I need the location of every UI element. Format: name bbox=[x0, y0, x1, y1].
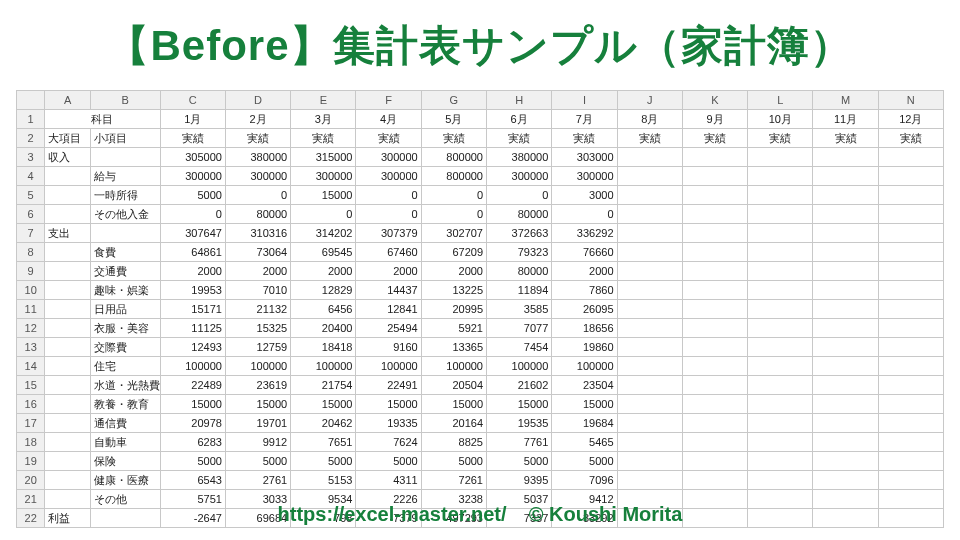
cell-sub-cat[interactable]: 自動車 bbox=[90, 433, 160, 452]
cell-value[interactable] bbox=[813, 300, 878, 319]
cell-value[interactable] bbox=[813, 414, 878, 433]
cell-jisseki-9[interactable]: 実績 bbox=[682, 129, 747, 148]
cell-value[interactable] bbox=[617, 186, 682, 205]
cell-value[interactable]: 19535 bbox=[487, 414, 552, 433]
cell-value[interactable] bbox=[682, 281, 747, 300]
cell-value[interactable]: 22489 bbox=[160, 376, 225, 395]
column-header-N[interactable]: N bbox=[878, 91, 943, 110]
cell-sub-cat[interactable]: 住宅 bbox=[90, 357, 160, 376]
cell-big-cat[interactable] bbox=[45, 243, 91, 262]
row-header-15[interactable]: 15 bbox=[17, 376, 45, 395]
corner-cell[interactable] bbox=[17, 91, 45, 110]
column-header-C[interactable]: C bbox=[160, 91, 225, 110]
cell-value[interactable] bbox=[813, 319, 878, 338]
cell-value[interactable]: 19335 bbox=[356, 414, 421, 433]
cell-value[interactable]: 3000 bbox=[552, 186, 617, 205]
cell-value[interactable] bbox=[617, 167, 682, 186]
cell-value[interactable]: 300000 bbox=[487, 167, 552, 186]
cell-big-cat[interactable] bbox=[45, 262, 91, 281]
cell-sub-cat[interactable] bbox=[90, 224, 160, 243]
cell-value[interactable]: 300000 bbox=[552, 167, 617, 186]
cell-value[interactable]: 20164 bbox=[421, 414, 486, 433]
cell-big-cat[interactable] bbox=[45, 205, 91, 224]
cell-value[interactable]: 5153 bbox=[291, 471, 356, 490]
cell-value[interactable]: 23504 bbox=[552, 376, 617, 395]
cell-value[interactable] bbox=[617, 338, 682, 357]
cell-value[interactable]: 5465 bbox=[552, 433, 617, 452]
cell-value[interactable]: 7651 bbox=[291, 433, 356, 452]
cell-value[interactable] bbox=[878, 300, 943, 319]
cell-value[interactable] bbox=[617, 224, 682, 243]
cell-value[interactable]: 0 bbox=[356, 186, 421, 205]
cell-value[interactable]: 20400 bbox=[291, 319, 356, 338]
cell-value[interactable]: 0 bbox=[225, 186, 290, 205]
cell-value[interactable] bbox=[748, 224, 813, 243]
cell-value[interactable]: 100000 bbox=[160, 357, 225, 376]
cell-value[interactable]: 7454 bbox=[487, 338, 552, 357]
cell-value[interactable]: 5000 bbox=[487, 452, 552, 471]
row-header-4[interactable]: 4 bbox=[17, 167, 45, 186]
cell-value[interactable]: 2000 bbox=[421, 262, 486, 281]
cell-value[interactable] bbox=[878, 433, 943, 452]
cell-value[interactable]: 300000 bbox=[356, 148, 421, 167]
cell-value[interactable] bbox=[878, 357, 943, 376]
cell-value[interactable] bbox=[878, 224, 943, 243]
cell-value[interactable]: 100000 bbox=[421, 357, 486, 376]
cell-value[interactable] bbox=[813, 205, 878, 224]
cell-value[interactable]: 7077 bbox=[487, 319, 552, 338]
cell-value[interactable]: 80000 bbox=[225, 205, 290, 224]
cell-value[interactable] bbox=[878, 395, 943, 414]
cell-month-9[interactable]: 9月 bbox=[682, 110, 747, 129]
cell-month-6[interactable]: 6月 bbox=[487, 110, 552, 129]
cell-value[interactable] bbox=[813, 243, 878, 262]
cell-value[interactable]: 300000 bbox=[160, 167, 225, 186]
cell-value[interactable] bbox=[813, 452, 878, 471]
cell-value[interactable] bbox=[878, 471, 943, 490]
cell-value[interactable]: 7860 bbox=[552, 281, 617, 300]
cell-month-11[interactable]: 11月 bbox=[813, 110, 878, 129]
cell-value[interactable] bbox=[878, 243, 943, 262]
column-header-D[interactable]: D bbox=[225, 91, 290, 110]
cell-value[interactable]: 0 bbox=[421, 186, 486, 205]
cell-value[interactable]: 3585 bbox=[487, 300, 552, 319]
cell-value[interactable]: 5000 bbox=[225, 452, 290, 471]
cell-value[interactable]: 15000 bbox=[356, 395, 421, 414]
cell-value[interactable] bbox=[748, 452, 813, 471]
cell-value[interactable]: 5000 bbox=[552, 452, 617, 471]
cell-value[interactable]: 21754 bbox=[291, 376, 356, 395]
cell-value[interactable] bbox=[813, 433, 878, 452]
cell-value[interactable]: 73064 bbox=[225, 243, 290, 262]
cell-sub-cat[interactable]: 衣服・美容 bbox=[90, 319, 160, 338]
cell-value[interactable] bbox=[813, 281, 878, 300]
cell-value[interactable]: 6456 bbox=[291, 300, 356, 319]
cell-value[interactable]: 15171 bbox=[160, 300, 225, 319]
cell-value[interactable] bbox=[878, 414, 943, 433]
cell-month-3[interactable]: 3月 bbox=[291, 110, 356, 129]
cell-value[interactable]: 13225 bbox=[421, 281, 486, 300]
cell-value[interactable] bbox=[682, 376, 747, 395]
cell-value[interactable] bbox=[748, 433, 813, 452]
cell-value[interactable]: 15000 bbox=[225, 395, 290, 414]
cell-value[interactable] bbox=[878, 281, 943, 300]
cell-value[interactable]: 21602 bbox=[487, 376, 552, 395]
cell-value[interactable] bbox=[617, 205, 682, 224]
cell-big-cat[interactable] bbox=[45, 433, 91, 452]
cell-value[interactable] bbox=[748, 471, 813, 490]
cell-value[interactable]: 9912 bbox=[225, 433, 290, 452]
cell-value[interactable] bbox=[813, 167, 878, 186]
cell-value[interactable]: 19953 bbox=[160, 281, 225, 300]
row-header-9[interactable]: 9 bbox=[17, 262, 45, 281]
cell-value[interactable]: 13365 bbox=[421, 338, 486, 357]
cell-jisseki-4[interactable]: 実績 bbox=[356, 129, 421, 148]
row-header-19[interactable]: 19 bbox=[17, 452, 45, 471]
column-header-G[interactable]: G bbox=[421, 91, 486, 110]
cell-sub-cat[interactable]: 保険 bbox=[90, 452, 160, 471]
row-header-11[interactable]: 11 bbox=[17, 300, 45, 319]
cell-value[interactable] bbox=[617, 414, 682, 433]
cell-value[interactable] bbox=[748, 300, 813, 319]
cell-value[interactable]: 12829 bbox=[291, 281, 356, 300]
cell-big-cat[interactable] bbox=[45, 300, 91, 319]
cell-sub-cat-label[interactable]: 小項目 bbox=[90, 129, 160, 148]
row-header-18[interactable]: 18 bbox=[17, 433, 45, 452]
cell-value[interactable] bbox=[682, 357, 747, 376]
